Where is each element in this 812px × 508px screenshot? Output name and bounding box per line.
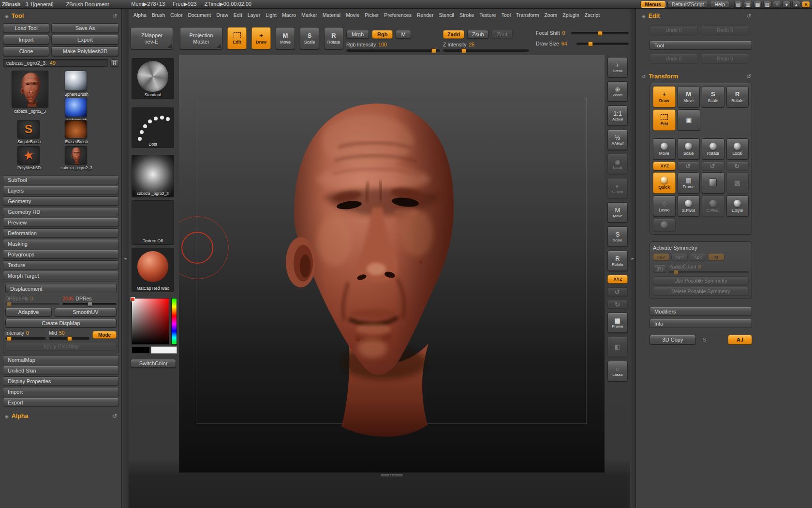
tool-section-header[interactable]: Geometry HD xyxy=(3,207,119,216)
tool-thumbnail-head-small[interactable] xyxy=(65,146,87,164)
shelf-button[interactable]: ⊕ Zoom xyxy=(607,81,628,102)
transform-gizmo-button[interactable]: Move xyxy=(653,138,676,160)
rgb-intensity-slider[interactable] xyxy=(346,49,440,52)
stroke-selector[interactable]: Dots xyxy=(132,107,174,148)
menu-item[interactable]: Layer xyxy=(247,12,261,18)
transform-quick-button[interactable] xyxy=(702,172,724,194)
shelf-button[interactable]: XYZ xyxy=(607,275,628,284)
shelf-button[interactable]: ½ AAHalf xyxy=(607,130,628,150)
slider-handle[interactable] xyxy=(88,302,92,307)
symmetry-axis-button[interactable]: >Y< xyxy=(671,253,688,261)
tool-action-button[interactable]: Export xyxy=(51,35,119,45)
transform-gizmo-button[interactable]: Scale xyxy=(678,138,700,160)
switch-color-button[interactable]: SwitchColor xyxy=(131,359,176,368)
tool-section-header[interactable]: Display Properties xyxy=(3,376,119,386)
titlebar-icon-button[interactable]: ⌂ xyxy=(773,1,781,8)
menu-item[interactable]: Brush xyxy=(151,12,166,18)
right-tray-divider[interactable]: ▸ xyxy=(630,9,635,508)
menu-item[interactable]: Edit xyxy=(233,12,243,18)
scrollbar-grip[interactable] xyxy=(380,474,403,477)
transform-mode-button[interactable]: R Rotate xyxy=(726,86,749,107)
menu-item[interactable]: Texture xyxy=(478,12,497,18)
draw-mode-button[interactable]: M Move xyxy=(276,27,295,49)
zmapper-button[interactable]: ZMapper rev-E xyxy=(131,27,173,49)
mid-slider[interactable]: Mid50 xyxy=(49,330,89,340)
dpsubpix-slider[interactable]: DPSubPix0 xyxy=(5,296,59,305)
draw-mode-button[interactable]: S Scale xyxy=(300,27,319,49)
menu-item[interactable]: Zscript xyxy=(584,12,601,18)
color-picker[interactable] xyxy=(130,296,178,357)
mode-button[interactable]: Mode xyxy=(92,331,117,339)
color-mode-button[interactable]: Rgb xyxy=(372,30,393,39)
transform-edit-button[interactable]: ▣ xyxy=(678,109,700,131)
tool-action-button[interactable]: Make PolyMesh3D xyxy=(51,46,119,56)
tool-action-button[interactable]: Import xyxy=(3,35,49,45)
menu-item[interactable]: Color xyxy=(169,12,183,18)
slider-handle[interactable] xyxy=(588,42,593,46)
draw-mode-button[interactable]: Edit xyxy=(227,27,247,49)
tool-subsection-header[interactable]: Tool xyxy=(650,41,752,50)
left-tray-divider[interactable]: ◂ xyxy=(122,9,129,508)
transform-axis-button[interactable]: ↻ xyxy=(726,162,749,170)
z-intensity-slider[interactable] xyxy=(443,49,529,52)
draw-mode-button[interactable]: + Draw xyxy=(251,27,271,49)
transform-gizmo-button[interactable]: Rotate xyxy=(702,138,724,160)
canvas-viewport[interactable] xyxy=(179,55,605,472)
color-mode-button[interactable]: M xyxy=(396,30,411,39)
3d-copy-button[interactable]: 3D Copy xyxy=(650,335,696,344)
depth-mode-button[interactable]: Zadd xyxy=(443,30,464,39)
menu-item[interactable]: Zplugin xyxy=(561,12,580,18)
slider-handle[interactable] xyxy=(431,48,436,53)
transform-edit-button[interactable]: Edit xyxy=(653,109,676,131)
slider-handle[interactable] xyxy=(7,336,12,341)
tool-section-header[interactable]: NormalMap xyxy=(3,355,119,364)
tool-section-header[interactable]: Geometry xyxy=(3,196,119,206)
shelf-button[interactable]: ◧ xyxy=(607,337,628,357)
tool-section-header[interactable]: SubTool xyxy=(3,175,119,184)
tool-section-header[interactable]: Export xyxy=(3,398,119,407)
shelf-button[interactable]: S Scale xyxy=(607,226,628,247)
menu-item[interactable]: Transform xyxy=(515,12,540,18)
tool-section-header[interactable]: Layers xyxy=(3,186,119,195)
alpha-palette-header[interactable]: ◈ Alpha ↺ xyxy=(3,412,119,420)
transform-quick-button[interactable]: Quick xyxy=(653,172,676,194)
shelf-button[interactable]: ↺ xyxy=(607,287,628,296)
shelf-button[interactable]: + Scroll xyxy=(607,57,628,77)
menu-item[interactable]: Document xyxy=(187,12,212,18)
default-zscript-button[interactable]: DefaultZScript xyxy=(667,1,709,8)
transform-axis-button[interactable]: XYZ xyxy=(653,162,676,170)
texture-selector[interactable]: Texture Off xyxy=(132,200,174,245)
titlebar-icon-button[interactable]: ▴ xyxy=(792,1,800,8)
edit-palette-header[interactable]: ◈ Edit ↺ xyxy=(640,12,753,20)
menu-item[interactable]: Preferences xyxy=(383,12,413,18)
symmetry-axis-button[interactable]: >Z< xyxy=(690,253,706,261)
color-mode-button[interactable]: Mrgb xyxy=(346,30,369,39)
tool-palette-header[interactable]: ◈ Tool ↺ xyxy=(3,12,119,20)
menus-toggle-button[interactable]: Menus xyxy=(641,1,665,8)
titlebar-icon-button[interactable]: ▧ xyxy=(763,1,771,8)
ai-button[interactable]: A.I xyxy=(728,335,752,344)
tool-section-header[interactable]: Texture xyxy=(3,260,119,269)
brush-selector[interactable]: Standard xyxy=(132,58,174,99)
tool-action-button[interactable]: Load Tool xyxy=(3,23,49,33)
restore-tool-button[interactable]: R xyxy=(110,60,119,67)
titlebar-icon-button[interactable]: × xyxy=(802,1,810,8)
info-section-header[interactable]: Info xyxy=(650,319,752,328)
transform-pivot-button[interactable]: L.Sym xyxy=(726,195,749,217)
slider-handle[interactable] xyxy=(67,336,72,341)
tool-section-header[interactable]: Masking xyxy=(3,239,119,248)
menu-item[interactable]: Zoom xyxy=(543,12,558,18)
tool-action-button[interactable]: Save As xyxy=(51,23,119,33)
menu-item[interactable]: Material xyxy=(322,12,341,18)
transform-gizmo-button[interactable]: Local xyxy=(726,138,749,160)
menu-item[interactable]: Picker xyxy=(364,12,380,18)
saturation-square[interactable] xyxy=(132,298,169,344)
tool-thumbnail-simplebrush[interactable]: S xyxy=(17,120,40,138)
tool-section-header[interactable]: Import xyxy=(3,387,119,396)
transform-pivot-button[interactable]: C.Pivot xyxy=(702,195,724,217)
titlebar-icon-button[interactable]: ▥ xyxy=(744,1,752,8)
transform-pivot-button[interactable]: S.Pivot xyxy=(678,195,700,217)
radial-symmetry-button[interactable]: (R) xyxy=(653,265,666,272)
shelf-button[interactable]: 1:1 Actual xyxy=(607,105,628,126)
transform-palette-header[interactable]: ↺ Transform ↺ xyxy=(640,72,753,81)
